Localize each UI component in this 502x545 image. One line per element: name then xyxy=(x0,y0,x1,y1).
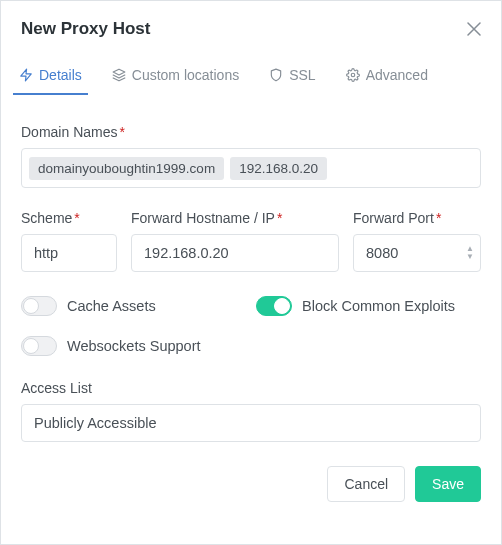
forward-host-label: Forward Hostname / IP* xyxy=(131,210,339,226)
tab-details-label: Details xyxy=(39,67,82,83)
access-list-select[interactable] xyxy=(21,404,481,442)
tab-ssl-label: SSL xyxy=(289,67,315,83)
domain-names-label: Domain Names* xyxy=(21,124,481,140)
layers-icon xyxy=(112,68,126,82)
domain-names-input[interactable]: domainyouboughtin1999.com 192.168.0.20 xyxy=(21,148,481,188)
scheme-select[interactable] xyxy=(21,234,117,272)
close-button[interactable] xyxy=(467,22,481,36)
block-exploits-toggle[interactable] xyxy=(256,296,292,316)
domain-chip[interactable]: domainyouboughtin1999.com xyxy=(29,157,224,180)
dialog-title: New Proxy Host xyxy=(21,19,150,39)
svg-point-2 xyxy=(351,73,355,77)
zap-icon xyxy=(19,68,33,82)
close-icon xyxy=(467,22,481,36)
tab-details[interactable]: Details xyxy=(13,57,88,95)
tab-bar: Details Custom locations SSL Advanced xyxy=(1,57,501,96)
domain-chip[interactable]: 192.168.0.20 xyxy=(230,157,327,180)
svg-marker-1 xyxy=(113,69,125,75)
scheme-label: Scheme* xyxy=(21,210,117,226)
tab-ssl[interactable]: SSL xyxy=(263,57,321,95)
tab-advanced[interactable]: Advanced xyxy=(340,57,434,95)
cancel-button[interactable]: Cancel xyxy=(327,466,405,502)
tab-custom-locations-label: Custom locations xyxy=(132,67,239,83)
shield-icon xyxy=(269,68,283,82)
cache-assets-label: Cache Assets xyxy=(67,298,156,314)
tab-custom-locations[interactable]: Custom locations xyxy=(106,57,245,95)
svg-marker-0 xyxy=(21,69,32,81)
websockets-toggle[interactable] xyxy=(21,336,57,356)
forward-port-label: Forward Port* xyxy=(353,210,481,226)
tab-advanced-label: Advanced xyxy=(366,67,428,83)
forward-port-input[interactable] xyxy=(353,234,481,272)
cache-assets-toggle[interactable] xyxy=(21,296,57,316)
websockets-label: Websockets Support xyxy=(67,338,201,354)
forward-host-input[interactable] xyxy=(131,234,339,272)
access-list-label: Access List xyxy=(21,380,481,396)
save-button[interactable]: Save xyxy=(415,466,481,502)
gear-icon xyxy=(346,68,360,82)
block-exploits-label: Block Common Exploits xyxy=(302,298,455,314)
